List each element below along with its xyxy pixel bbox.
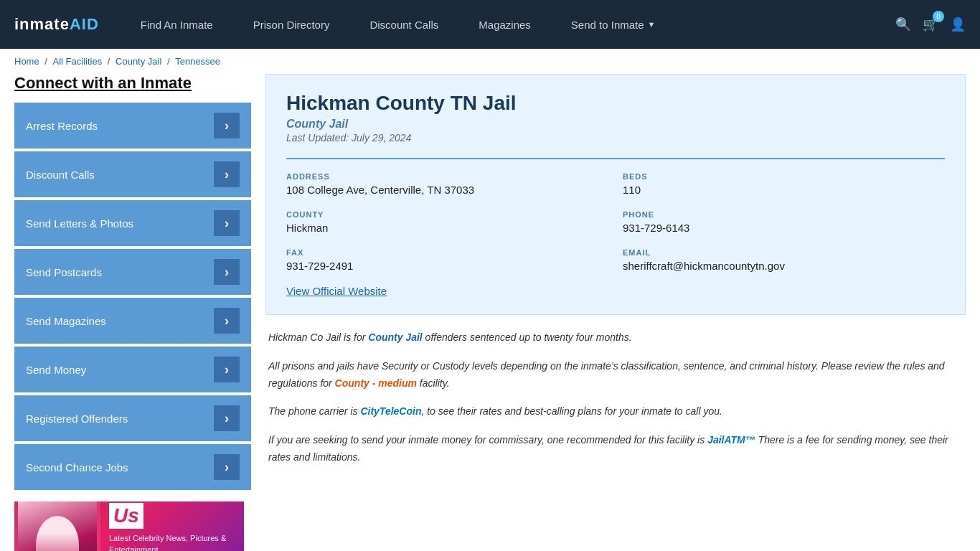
nav-prison-directory[interactable]: Prison Directory (233, 0, 350, 49)
fax-block: FAX 931-729-2491 (286, 248, 608, 272)
cart-icon[interactable]: 🛒 0 (923, 17, 938, 32)
sidebar-title: Connect with an Inmate (14, 74, 251, 93)
phone-value: 931-729-6143 (623, 222, 945, 234)
nav-magazines[interactable]: Magazines (458, 0, 551, 49)
sidebar-item-label: Second Chance Jobs (26, 461, 128, 474)
nav-find-inmate[interactable]: Find An Inmate (121, 0, 233, 49)
address-value: 108 College Ave, Centerville, TN 37033 (286, 184, 608, 196)
cart-badge: 0 (933, 11, 944, 22)
beds-block: BEDS 110 (623, 172, 945, 196)
sidebar-item-send-magazines[interactable]: Send Magazines › (14, 298, 251, 344)
facility-card: Hickman County TN Jail County Jail Last … (265, 74, 966, 315)
sidebar-item-label: Send Letters & Photos (26, 217, 133, 230)
beds-label: BEDS (623, 172, 945, 181)
header-right-icons: 🔍 🛒 0 👤 (895, 17, 966, 32)
county-label: COUNTY (286, 210, 608, 219)
facility-type: County Jail (286, 118, 945, 131)
phone-label: PHONE (623, 210, 945, 219)
nav-send-to-inmate[interactable]: Send to Inmate▼ (551, 0, 676, 49)
view-official-website-link[interactable]: View Official Website (286, 285, 387, 297)
description-para-4: If you are seeking to send your inmate m… (268, 432, 963, 466)
county-jail-link[interactable]: County Jail (368, 331, 422, 343)
ad-text: Latest Celebrity News, Pictures & Entert… (109, 533, 235, 551)
sidebar: Connect with an Inmate Arrest Records › … (14, 74, 251, 551)
facility-last-updated: Last Updated: July 29, 2024 (286, 132, 945, 143)
sidebar-item-registered-offenders[interactable]: Registered Offenders › (14, 395, 251, 441)
arrow-icon: › (214, 259, 240, 285)
arrow-icon: › (214, 308, 240, 334)
sidebar-item-label: Send Postcards (26, 266, 102, 278)
facility-info-grid: ADDRESS 108 College Ave, Centerville, TN… (286, 158, 945, 272)
main-content: Hickman County TN Jail County Jail Last … (265, 74, 966, 551)
county-medium-link[interactable]: County - medium (335, 377, 417, 389)
sidebar-advertisement: Us Latest Celebrity News, Pictures & Ent… (14, 501, 244, 551)
beds-value: 110 (623, 184, 945, 196)
arrow-icon: › (214, 161, 240, 187)
facility-name: Hickman County TN Jail (286, 92, 945, 115)
breadcrumb-all-facilities[interactable]: All Facilities (53, 56, 103, 67)
sidebar-item-send-money[interactable]: Send Money › (14, 347, 251, 392)
description-para-3: The phone carrier is CityTeleCoin, to se… (268, 403, 963, 420)
arrow-icon: › (214, 113, 240, 138)
sidebar-item-send-postcards[interactable]: Send Postcards › (14, 249, 251, 295)
sidebar-item-label: Arrest Records (26, 120, 98, 132)
sidebar-item-label: Send Money (26, 364, 86, 376)
breadcrumb-home[interactable]: Home (14, 56, 39, 67)
email-value: sheriffcraft@hickmancountytn.gov (623, 260, 945, 272)
arrow-icon: › (214, 357, 240, 382)
email-label: EMAIL (623, 248, 945, 257)
logo[interactable]: inmateAID (14, 15, 99, 34)
breadcrumb-county-jail[interactable]: County Jail (116, 56, 161, 67)
description-para-2: All prisons and jails have Security or C… (268, 358, 963, 392)
sidebar-item-send-letters[interactable]: Send Letters & Photos › (14, 200, 251, 246)
county-value: Hickman (286, 222, 608, 234)
description-para-1: Hickman Co Jail is for County Jail offen… (268, 329, 963, 347)
sidebar-item-label: Registered Offenders (26, 413, 128, 425)
facility-description: Hickman Co Jail is for County Jail offen… (265, 329, 966, 466)
sidebar-item-label: Send Magazines (26, 315, 106, 327)
search-icon[interactable]: 🔍 (895, 17, 911, 32)
main-layout: Connect with an Inmate Arrest Records › … (0, 74, 980, 551)
sidebar-item-arrest-records[interactable]: Arrest Records › (14, 103, 251, 149)
fax-label: FAX (286, 248, 608, 257)
ad-image (14, 501, 100, 551)
logo-text: inmateAID (14, 15, 99, 34)
sidebar-item-discount-calls[interactable]: Discount Calls › (14, 151, 251, 197)
city-tele-coin-link[interactable]: CityTeleCoin (360, 405, 421, 417)
arrow-icon: › (214, 454, 240, 480)
ad-logo: Us (109, 503, 143, 529)
fax-value: 931-729-2491 (286, 260, 608, 272)
county-block: COUNTY Hickman (286, 210, 608, 234)
main-nav: Find An Inmate Prison Directory Discount… (121, 0, 895, 49)
arrow-icon: › (214, 405, 240, 431)
phone-block: PHONE 931-729-6143 (623, 210, 945, 234)
address-label: ADDRESS (286, 172, 608, 181)
sidebar-item-label: Discount Calls (26, 169, 95, 181)
address-block: ADDRESS 108 College Ave, Centerville, TN… (286, 172, 608, 196)
user-icon[interactable]: 👤 (950, 17, 966, 32)
ad-content: Us Latest Celebrity News, Pictures & Ent… (100, 501, 244, 551)
sidebar-menu: Arrest Records › Discount Calls › Send L… (14, 103, 251, 490)
sidebar-item-second-chance-jobs[interactable]: Second Chance Jobs › (14, 444, 251, 490)
nav-discount-calls[interactable]: Discount Calls (349, 0, 458, 49)
jail-atm-link[interactable]: JailATM™ (707, 434, 755, 446)
breadcrumb: Home / All Facilities / County Jail / Te… (0, 49, 980, 74)
email-block: EMAIL sheriffcraft@hickmancountytn.gov (623, 248, 945, 272)
arrow-icon: › (214, 210, 240, 236)
site-header: inmateAID Find An Inmate Prison Director… (0, 0, 980, 49)
breadcrumb-state[interactable]: Tennessee (175, 56, 220, 67)
